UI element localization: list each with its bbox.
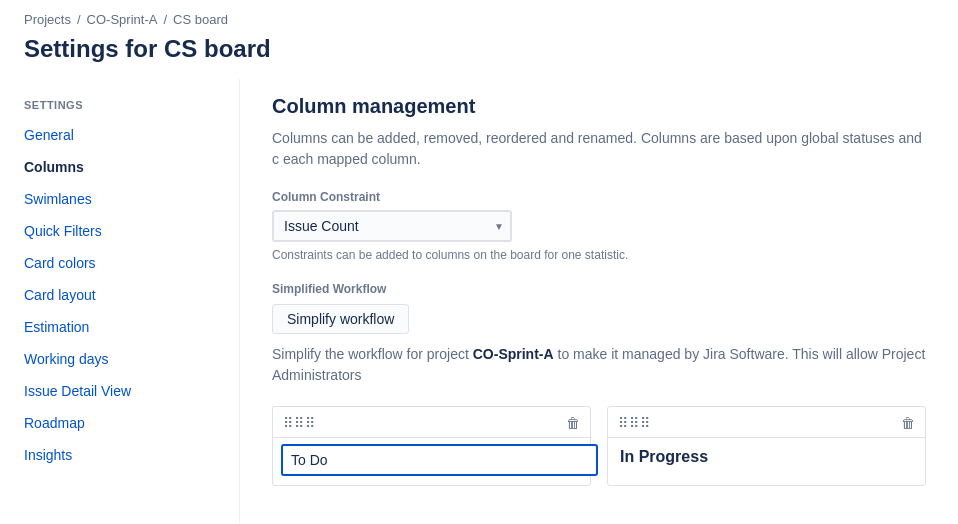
main-content: Column management Columns can be added, … xyxy=(240,79,958,523)
column-constraint-select-wrapper: Issue Count Story Points None ▼ xyxy=(272,210,512,242)
simplified-workflow-group: Simplified Workflow Simplify workflow Si… xyxy=(272,282,926,386)
sidebar-item-roadmap[interactable]: Roadmap xyxy=(0,407,239,439)
breadcrumb: Projects / CO-Sprint-A / CS board xyxy=(0,0,958,31)
workflow-desc-prefix: Simplify the workflow for project xyxy=(272,346,473,362)
drag-handle-icon[interactable]: ⠿⠿⠿ xyxy=(283,415,316,431)
delete-column-in-progress-icon[interactable]: 🗑 xyxy=(901,415,915,431)
sidebar-item-card-colors[interactable]: Card colors xyxy=(0,247,239,279)
constraint-hint: Constraints can be added to columns on t… xyxy=(272,248,926,262)
breadcrumb-sprint[interactable]: CO-Sprint-A xyxy=(87,12,158,27)
column-constraint-select[interactable]: Issue Count Story Points None xyxy=(272,210,512,242)
drag-handle-in-progress-icon[interactable]: ⠿⠿⠿ xyxy=(618,415,651,431)
workflow-project-name: CO-Sprint-A xyxy=(473,346,554,362)
column-constraint-label: Column Constraint xyxy=(272,190,926,204)
sidebar-item-issue-detail-view[interactable]: Issue Detail View xyxy=(0,375,239,407)
section-title: Column management xyxy=(272,95,926,118)
sidebar-item-card-layout[interactable]: Card layout xyxy=(0,279,239,311)
breadcrumb-sep-1: / xyxy=(77,12,81,27)
delete-column-todo-icon[interactable]: 🗑 xyxy=(566,415,580,431)
column-card-todo-header: ⠿⠿⠿ 🗑 xyxy=(273,407,590,438)
column-card-todo: ⠿⠿⠿ 🗑 xyxy=(272,406,591,486)
breadcrumb-projects[interactable]: Projects xyxy=(24,12,71,27)
column-name-todo-input[interactable] xyxy=(281,444,598,476)
sidebar-item-columns[interactable]: Columns xyxy=(0,151,239,183)
sidebar: SETTINGS General Columns Swimlanes Quick… xyxy=(0,79,240,523)
section-description: Columns can be added, removed, reordered… xyxy=(272,128,926,170)
column-card-in-progress-header: ⠿⠿⠿ 🗑 xyxy=(608,407,925,438)
sidebar-item-insights[interactable]: Insights xyxy=(0,439,239,471)
simplify-workflow-button[interactable]: Simplify workflow xyxy=(272,304,409,334)
sidebar-section-label: SETTINGS xyxy=(0,91,239,119)
simplified-workflow-label: Simplified Workflow xyxy=(272,282,926,296)
sidebar-item-working-days[interactable]: Working days xyxy=(0,343,239,375)
sidebar-item-quick-filters[interactable]: Quick Filters xyxy=(0,215,239,247)
breadcrumb-sep-2: / xyxy=(163,12,167,27)
sidebar-item-general[interactable]: General xyxy=(0,119,239,151)
page-title: Settings for CS board xyxy=(0,31,958,79)
breadcrumb-board[interactable]: CS board xyxy=(173,12,228,27)
columns-grid: ⠿⠿⠿ 🗑 ⠿⠿⠿ 🗑 In Progress xyxy=(272,406,926,486)
column-constraint-group: Column Constraint Issue Count Story Poin… xyxy=(272,190,926,262)
sidebar-item-estimation[interactable]: Estimation xyxy=(0,311,239,343)
column-name-in-progress-text: In Progress xyxy=(608,438,925,476)
sidebar-item-swimlanes[interactable]: Swimlanes xyxy=(0,183,239,215)
workflow-description: Simplify the workflow for project CO-Spr… xyxy=(272,344,926,386)
column-card-in-progress: ⠿⠿⠿ 🗑 In Progress xyxy=(607,406,926,486)
